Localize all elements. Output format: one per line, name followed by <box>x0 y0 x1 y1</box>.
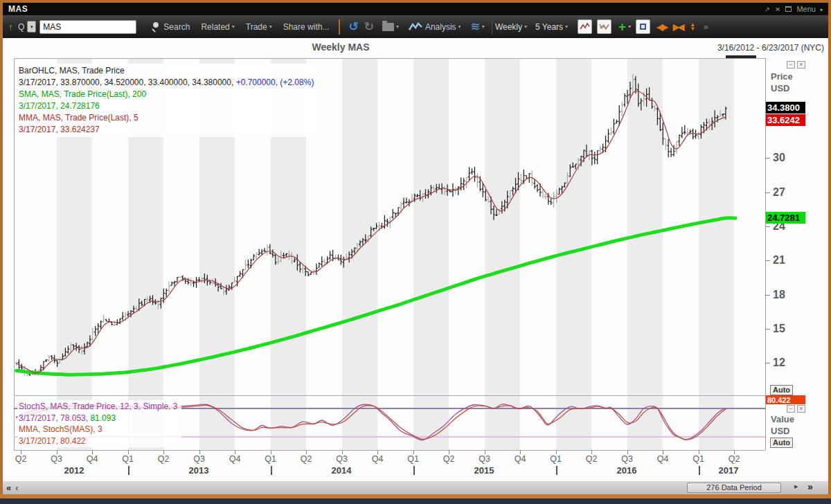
price-tick-label: 21 <box>773 254 785 267</box>
scroll-right-icon[interactable]: ▸ <box>794 482 798 491</box>
quarter-label: Q3 <box>45 454 69 464</box>
price-tick <box>765 158 770 159</box>
legend-stoch-mma-name: MMA, StochS(MAS), 3 <box>19 424 177 435</box>
close-pane-icon[interactable]: × <box>797 405 805 413</box>
chart-date-range: 3/16/2012 - 6/23/2017 (NYC) <box>717 43 824 53</box>
add-indicator-button[interactable] <box>636 19 650 34</box>
price-tick <box>765 329 770 330</box>
stoch-axis-label: Value <box>771 414 794 424</box>
main-toolbar: ↑ Q ▾ Search Related▾ Trade▾ Share with.… <box>3 15 828 38</box>
price-legend: BarOHLC, MAS, Trade Price 3/17/2017, 33.… <box>17 64 318 137</box>
undo-icon[interactable]: ↺ <box>348 19 358 34</box>
toolbar-overflow-icon[interactable]: » <box>704 22 708 32</box>
chart-style-button[interactable] <box>578 19 592 34</box>
quarter-label: Q1 <box>402 454 425 464</box>
chevron-down-icon: ▾ <box>232 24 235 30</box>
quarter-label: Q1 <box>687 454 711 464</box>
quarter-label: Q1 <box>544 454 568 464</box>
year-label: 2013 <box>178 465 220 476</box>
window-bottom-edge <box>0 498 831 504</box>
search-icon[interactable] <box>152 22 161 31</box>
related-menu[interactable]: Related <box>201 22 229 32</box>
legend-sma-name: SMA, MAS, Trade Price(Last), 200 <box>19 89 314 100</box>
quarter-label: Q4 <box>508 454 532 464</box>
year-separator <box>699 466 700 475</box>
quarter-label: Q3 <box>616 454 639 464</box>
minimize-pane-icon[interactable]: − <box>787 405 795 413</box>
last-price-badge: 34.3800 <box>766 102 805 114</box>
expand-horizontal-icon[interactable]: ◀▶ <box>656 22 666 32</box>
stoch-legend: StochS, MAS, Trade Price, 12, 3, Simple,… <box>17 400 181 447</box>
quarter-label: Q1 <box>259 454 283 464</box>
data-period-button[interactable]: 276 Data Period <box>687 483 781 493</box>
quote-label[interactable]: Q <box>18 22 24 32</box>
legend-mma-value: 3/17/2017, 33.624237 <box>19 124 314 136</box>
stoch-auto-scale-button[interactable]: Auto <box>770 438 793 448</box>
year-separator <box>556 466 557 475</box>
wave-overlay-icon[interactable]: ≋ <box>471 19 480 34</box>
close-panel-icon[interactable]: ✕ <box>775 6 780 13</box>
quarter-label: Q4 <box>651 454 674 464</box>
chevron-down-icon: ▾ <box>458 24 461 30</box>
quarter-label: Q3 <box>473 454 497 464</box>
restore-window-icon[interactable] <box>785 6 792 12</box>
quarter-label: Q2 <box>152 454 175 464</box>
time-scrollbar[interactable]: « ‹ 276 Data Period ▸ » <box>3 481 828 494</box>
stoch-value-badge: 80.422 <box>766 395 805 404</box>
crosshair-icon[interactable]: + <box>618 22 626 32</box>
close-pane-icon[interactable]: × <box>797 61 805 69</box>
stoch-axis-currency: USD <box>771 426 789 436</box>
toolbar-divider <box>339 19 340 35</box>
price-tick <box>765 363 770 363</box>
chevron-down-icon[interactable]: ▾ <box>628 24 631 30</box>
redo-icon[interactable]: ↻ <box>364 19 374 34</box>
scroll-far-right-icon[interactable]: » <box>807 481 813 492</box>
scroll-far-left-icon[interactable]: « <box>6 483 11 493</box>
price-tick <box>765 260 770 261</box>
timeframe-menu[interactable]: Weekly <box>495 22 522 32</box>
chevron-down-icon: ▾ <box>269 24 272 30</box>
legend-ohlc-name: BarOHLC, MAS, Trade Price <box>19 65 314 77</box>
legend-mma-name: MMA, MAS, Trade Price(Last), 5 <box>19 112 314 124</box>
legend-stoch-values: 3/17/2017, 78.053, 81.093 <box>19 413 177 424</box>
price-tick-label: 27 <box>773 186 785 199</box>
year-separator <box>128 466 129 475</box>
chevron-down-icon[interactable]: ▾ <box>482 24 485 30</box>
symbol-dropdown-button[interactable]: ▾ <box>27 21 36 33</box>
price-auto-scale-button[interactable]: Auto <box>770 385 793 395</box>
legend-change-value: +0.700000, (+2.08%) <box>236 78 314 87</box>
popout-icon[interactable]: ↗ <box>765 6 770 13</box>
quarter-label: Q4 <box>366 454 389 464</box>
folder-icon[interactable] <box>382 23 394 31</box>
expand-vertical-icon[interactable]: ▲▼ <box>690 23 695 31</box>
quarter-label: Q4 <box>80 454 104 464</box>
minimize-pane-icon[interactable]: − <box>787 61 795 69</box>
price-tick-label: 30 <box>773 152 785 164</box>
chevron-down-icon[interactable]: ▾ <box>396 24 399 30</box>
analysis-icon[interactable] <box>409 22 422 32</box>
menu-button[interactable]: Menu ▾ <box>796 5 823 13</box>
toolbar-divider <box>492 19 492 35</box>
quarter-label: Q2 <box>722 454 746 464</box>
pane-divider[interactable] <box>14 395 765 396</box>
year-label: 2016 <box>606 465 647 476</box>
mma-price-badge: 33.6242 <box>766 114 805 126</box>
chart-template-button[interactable] <box>597 19 611 34</box>
year-label: 2017 <box>708 465 749 476</box>
search-button[interactable]: Search <box>163 22 190 32</box>
symbol-input[interactable] <box>39 20 136 34</box>
quarter-label: Q2 <box>294 454 318 464</box>
range-menu[interactable]: 5 Years <box>535 22 563 32</box>
quarter-label: Q3 <box>188 454 211 464</box>
share-with-button[interactable]: Share with... <box>283 22 330 32</box>
chevron-down-icon: ▾ <box>524 24 527 30</box>
symbol-up-icon[interactable]: ↑ <box>8 21 13 33</box>
price-axis-label: Price <box>771 71 793 82</box>
trade-menu[interactable]: Trade <box>246 22 267 32</box>
price-tick-label: 12 <box>773 357 785 369</box>
compress-horizontal-icon[interactable]: ▶◀ <box>673 22 683 32</box>
price-tick <box>765 226 770 227</box>
analysis-menu[interactable]: Analysis <box>425 22 456 32</box>
price-tick <box>765 295 770 296</box>
scroll-left-icon[interactable]: ‹ <box>15 483 18 493</box>
